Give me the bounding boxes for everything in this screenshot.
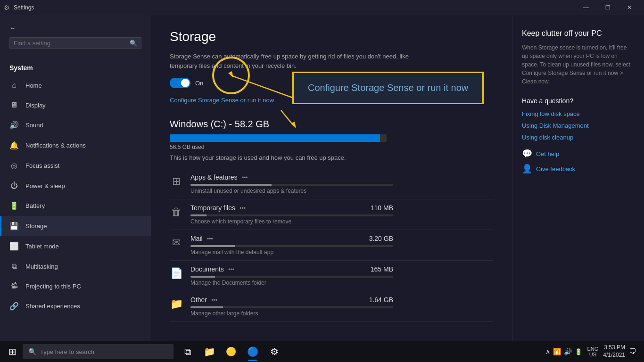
sidebar-item-multitasking[interactable]: ⧉ Multitasking xyxy=(0,256,151,276)
storage-item-sub-0: Uninstall unused or undesired apps & fea… xyxy=(190,188,493,194)
sidebar-item-projecting[interactable]: 📽 Projecting to this PC xyxy=(0,276,151,296)
taskbar-app-settings[interactable]: ⚙ xyxy=(264,341,285,362)
display-icon: 🖥 xyxy=(9,101,19,109)
storage-item-name-3: Documents ••• xyxy=(190,265,234,273)
drive-description: This is how your storage is used and how… xyxy=(170,154,493,161)
storage-item-0[interactable]: ⊞ Apps & features ••• Uninstall unused o… xyxy=(170,169,493,199)
storage-sense-description: Storage Sense can automatically free up … xyxy=(170,52,434,70)
storage-item-info-4: Other ••• 1.64 GB Manage other large fol… xyxy=(190,296,493,317)
storage-item-icon-0: ⊞ xyxy=(170,175,183,188)
sidebar-label-sound: Sound xyxy=(25,122,43,129)
app-body: ← 🔍 System ⌂ Home🖥 Display🔊 Sound🔔 Notif… xyxy=(0,15,644,341)
taskbar-search-text: Type here to search xyxy=(40,348,94,355)
configure-highlight-text: Configure Storage Sense or run it now xyxy=(308,82,468,93)
storage-item-2[interactable]: ✉ Mail ••• 3.20 GB Manage mail with the … xyxy=(170,230,493,261)
multitasking-icon: ⧉ xyxy=(9,262,19,271)
search-input[interactable] xyxy=(14,40,130,47)
storage-item-bar-fill-4 xyxy=(190,306,223,308)
drive-bar xyxy=(170,134,387,142)
sidebar-label-display: Display xyxy=(25,102,46,109)
taskbar-date-display: 4/1/2021 xyxy=(603,352,625,359)
question-title: Have a question? xyxy=(522,97,635,105)
storage-item-3[interactable]: 📄 Documents ••• 165 MB Manage the Docume… xyxy=(170,261,493,291)
sidebar-item-battery[interactable]: 🔋 Battery xyxy=(0,196,151,216)
drive-section: Windows (C:) - 58.2 GB 56.5 GB used This… xyxy=(170,119,493,322)
storage-icon: 💾 xyxy=(9,222,19,230)
storage-item-bar-2 xyxy=(190,245,393,247)
taskbar-system-icons: ∧ 📶 🔊 🔋 xyxy=(545,348,582,355)
main-content: Storage Storage Sense can automatically … xyxy=(151,15,644,341)
configure-storage-link[interactable]: Configure Storage Sense or run it now xyxy=(170,97,274,104)
taskbar-app-store[interactable]: 🔵 xyxy=(242,341,263,362)
storage-item-icon-4: 📁 xyxy=(170,298,183,310)
sidebar-item-shared[interactable]: 🔗 Shared experiences xyxy=(0,296,151,316)
dots-4: ••• xyxy=(210,297,217,304)
storage-item-name-2: Mail ••• xyxy=(190,235,213,242)
tablet-icon: ⬜ xyxy=(9,242,19,251)
storage-item-name-row-3: Documents ••• 165 MB xyxy=(190,265,393,273)
close-button[interactable]: ✕ xyxy=(619,0,640,15)
help-action-0[interactable]: 💬 Get help xyxy=(522,148,635,159)
help-action-1[interactable]: 👤 Give feedback xyxy=(522,164,635,174)
help-link-1[interactable]: Using Disk Management xyxy=(522,122,635,129)
sidebar-item-display[interactable]: 🖥 Display xyxy=(0,95,151,115)
storage-item-bar-3 xyxy=(190,276,393,278)
settings-icon: ⚙ xyxy=(4,4,10,11)
toggle-knob xyxy=(181,79,190,87)
storage-item-sub-4: Manage other large folders xyxy=(190,310,493,317)
focus-icon: ◎ xyxy=(9,161,19,170)
notification-button[interactable]: 🗨 xyxy=(627,347,638,356)
taskbar-right: ∧ 📶 🔊 🔋 ENG US 3:53 PM 4/1/2021 🗨 xyxy=(545,344,642,359)
storage-item-size-3: 165 MB xyxy=(371,265,393,273)
storage-item-name-row-0: Apps & features ••• xyxy=(190,173,393,181)
help-actions: 💬 Get help 👤 Give feedback xyxy=(522,148,635,174)
help-action-label-1: Give feedback xyxy=(536,165,575,173)
chevron-up-icon[interactable]: ∧ xyxy=(545,348,550,355)
storage-item-icon-2: ✉ xyxy=(170,237,183,249)
sidebar-item-sound[interactable]: 🔊 Sound xyxy=(0,115,151,135)
sidebar-item-home[interactable]: ⌂ Home xyxy=(0,75,151,95)
taskbar-apps: ⧉ 📁 🟡 🔵 ⚙ xyxy=(177,341,285,362)
sidebar-items: ⌂ Home🖥 Display🔊 Sound🔔 Notifications & … xyxy=(0,75,151,316)
sidebar-item-notifications[interactable]: 🔔 Notifications & actions xyxy=(0,135,151,156)
storage-item-bar-0 xyxy=(190,184,393,186)
help-link-0[interactable]: Fixing low disk space xyxy=(522,110,635,117)
minimize-button[interactable]: — xyxy=(575,0,597,15)
storage-sense-toggle[interactable] xyxy=(170,78,190,88)
storage-item-info-1: Temporary files ••• 110 MB Choose which … xyxy=(190,204,493,225)
battery-icon[interactable]: 🔋 xyxy=(575,348,582,355)
taskbar-app-chrome[interactable]: 🟡 xyxy=(221,341,241,362)
taskbar-search[interactable]: 🔍 Type here to search xyxy=(23,344,173,359)
sidebar-label-shared: Shared experiences xyxy=(25,303,80,310)
storage-item-1[interactable]: 🗑 Temporary files ••• 110 MB Choose whic… xyxy=(170,199,493,230)
storage-item-icon-1: 🗑 xyxy=(170,206,183,218)
sidebar-item-focus[interactable]: ◎ Focus assist xyxy=(0,156,151,176)
storage-item-4[interactable]: 📁 Other ••• 1.64 GB Manage other large f… xyxy=(170,291,493,322)
maximize-button[interactable]: ❐ xyxy=(597,0,619,15)
back-button[interactable]: ← xyxy=(9,23,16,33)
sidebar-item-power[interactable]: ⏻ Power & sleep xyxy=(0,176,151,196)
taskbar-clock[interactable]: 3:53 PM 4/1/2021 xyxy=(603,344,625,359)
storage-item-name-0: Apps & features ••• xyxy=(190,173,248,181)
storage-item-name-row-4: Other ••• 1.64 GB xyxy=(190,296,393,304)
taskbar-language[interactable]: ENG US xyxy=(587,346,598,357)
network-icon[interactable]: 📶 xyxy=(553,348,561,355)
storage-item-bar-4 xyxy=(190,306,393,308)
sidebar-label-focus: Focus assist xyxy=(25,162,59,169)
search-box[interactable]: 🔍 xyxy=(9,37,141,49)
start-button[interactable]: ⊞ xyxy=(2,341,23,362)
drive-title: Windows (C:) - 58.2 GB xyxy=(170,119,493,130)
power-icon: ⏻ xyxy=(9,181,19,190)
speaker-icon[interactable]: 🔊 xyxy=(564,348,572,355)
sidebar-item-storage[interactable]: 💾 Storage xyxy=(0,216,151,236)
content-area: Storage Storage Sense can automatically … xyxy=(151,15,512,341)
help-link-2[interactable]: Using disk cleanup xyxy=(522,134,635,141)
storage-item-icon-3: 📄 xyxy=(170,267,183,280)
sidebar-item-tablet[interactable]: ⬜ Tablet mode xyxy=(0,236,151,256)
sidebar-header: ← 🔍 xyxy=(0,15,151,60)
search-icon: 🔍 xyxy=(130,40,137,47)
taskbar-app-file-explorer[interactable]: 📁 xyxy=(199,341,220,362)
storage-item-bar-1 xyxy=(190,214,393,216)
taskbar-app-task-view[interactable]: ⧉ xyxy=(177,341,198,362)
storage-item-size-4: 1.64 GB xyxy=(369,296,393,304)
